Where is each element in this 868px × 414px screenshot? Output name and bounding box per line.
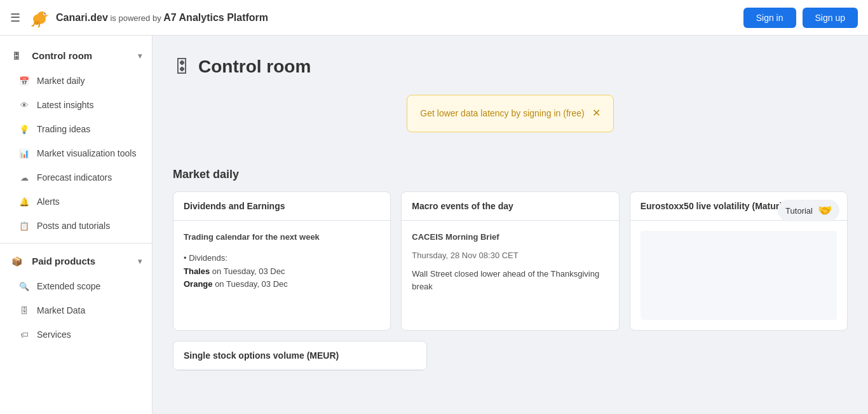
tutorial-label: Tutorial [785, 206, 813, 216]
svg-point-3 [44, 13, 46, 14]
thales-stock: Thales [184, 266, 210, 276]
sidebar-item-market-visualization-tools[interactable]: 📊 Market visualization tools [0, 141, 152, 165]
sidebar-item-posts-and-tutorials[interactable]: 📋 Posts and tutorials [0, 214, 152, 238]
macro-content: Wall Street closed lower ahead of the Th… [412, 268, 608, 294]
logo-bird-icon [28, 6, 51, 29]
sidebar-item-alerts[interactable]: 🔔 Alerts [0, 190, 152, 214]
sidebar-section-header-control-room[interactable]: 🎛 Control room ▾ [0, 43, 152, 69]
services-icon: 🏷 [18, 328, 31, 341]
posts-icon: 📋 [18, 219, 31, 232]
sidebar-item-market-daily[interactable]: 📅 Market daily [0, 69, 152, 93]
tutorial-badge[interactable]: Tutorial 🤝 [778, 200, 839, 221]
svg-point-1 [37, 11, 46, 19]
single-stock-card-header: Single stock options volume (MEUR) [173, 342, 426, 370]
sidebar-section-paid-products-items: 🔍 Extended scope 🗄 Market Data 🏷 Service… [0, 274, 152, 347]
dividends-earnings-card-header: Dividends and Earnings [173, 192, 390, 221]
sidebar-item-services[interactable]: 🏷 Services [0, 322, 152, 347]
sidebar-item-trading-ideas[interactable]: 💡 Trading ideas [0, 117, 152, 141]
market-daily-section: Market daily Dividends and Earnings Trad… [173, 168, 848, 371]
sidebar-item-market-data[interactable]: 🗄 Market Data [0, 298, 152, 322]
svg-marker-4 [46, 15, 49, 17]
sidebar-item-extended-scope[interactable]: 🔍 Extended scope [0, 274, 152, 298]
macro-events-card: Macro events of the day CACEIS Morning B… [401, 191, 619, 331]
eurostoxx-card-header: Eurostoxx50 live volatility (Maturity: 0… [630, 192, 847, 221]
main-content: 🎛 Control room Get lower data latency by… [153, 36, 868, 414]
sidebar-section-header-paid-products[interactable]: 📦 Paid products ▾ [0, 249, 152, 274]
latest-insights-icon: 👁 [18, 99, 31, 111]
macro-datetime: Thursday, 28 Nov 08:30 CET [412, 249, 608, 263]
market-data-icon: 🗄 [18, 304, 31, 317]
eurostoxx-chart-placeholder [641, 231, 837, 320]
hamburger-menu[interactable]: ☰ [10, 11, 20, 25]
tutorial-icon: 🤝 [818, 204, 832, 217]
chevron-down-icon: ▾ [138, 52, 142, 60]
signin-button[interactable]: Sign in [743, 8, 796, 28]
thales-date: on Tuesday, 03 Dec [212, 266, 285, 276]
sidebar: 🎛 Control room ▾ 📅 Market daily 👁 Latest… [0, 36, 153, 414]
orange-stock: Orange [184, 279, 213, 289]
macro-events-card-body: CACEIS Morning Brief Thursday, 28 Nov 08… [402, 221, 618, 304]
paid-products-icon: 📦 [10, 255, 23, 268]
page-title-icon: 🎛 [173, 56, 191, 77]
market-viz-icon: 📊 [18, 147, 31, 160]
sidebar-section-paid-products: 📦 Paid products ▾ 🔍 Extended scope 🗄 Mar… [0, 249, 152, 347]
dividends-bullet: • Dividends: Thales on Tuesday, 03 Dec O… [184, 252, 380, 291]
eurostoxx-card-body [630, 221, 847, 330]
page-layout: 🎛 Control room ▾ 📅 Market daily 👁 Latest… [0, 36, 868, 414]
paid-products-chevron-icon: ▾ [138, 257, 142, 266]
banner-text: Get lower data latency by signing in (fr… [420, 107, 584, 120]
sidebar-section-control-room: 🎛 Control room ▾ 📅 Market daily 👁 Latest… [0, 43, 152, 238]
single-stock-card-partial: Single stock options volume (MEUR) [173, 341, 848, 371]
extended-scope-icon: 🔍 [18, 280, 31, 293]
brand-text: Canari.dev is powered by A7 Analytics Pl… [56, 12, 268, 24]
macro-events-card-header: Macro events of the day [402, 192, 618, 221]
signup-button[interactable]: Sign up [803, 8, 858, 28]
eurostoxx-volatility-card: Eurostoxx50 live volatility (Maturity: 0… [630, 191, 848, 331]
dividends-earnings-card: Dividends and Earnings Trading calendar … [173, 191, 391, 331]
page-title-row: 🎛 Control room [173, 56, 848, 77]
alerts-icon: 🔔 [18, 195, 31, 208]
sidebar-divider [0, 243, 152, 244]
nav-left: ☰ Canari.dev is powered by A7 Analytics … [10, 6, 268, 29]
macro-body-title: CACEIS Morning Brief [412, 231, 608, 244]
nav-right: Sign in Sign up [743, 8, 858, 28]
trading-ideas-icon: 💡 [18, 123, 31, 135]
sidebar-item-latest-insights[interactable]: 👁 Latest insights [0, 93, 152, 117]
page-title: Control room [198, 57, 311, 77]
market-daily-cards: Dividends and Earnings Trading calendar … [173, 191, 848, 331]
top-navigation: ☰ Canari.dev is powered by A7 Analytics … [0, 0, 868, 36]
sidebar-item-forecast-indicators[interactable]: ☁ Forecast indicators [0, 165, 152, 190]
control-room-icon: 🎛 [10, 50, 23, 62]
dividends-earnings-card-body: Trading calendar for the next week • Div… [173, 221, 390, 301]
single-stock-options-card: Single stock options volume (MEUR) [173, 341, 427, 371]
sidebar-section-control-room-items: 📅 Market daily 👁 Latest insights 💡 Tradi… [0, 69, 152, 238]
banner-close-button[interactable]: ✕ [592, 107, 600, 119]
market-daily-icon: 📅 [18, 74, 31, 87]
sign-in-banner: Get lower data latency by signing in (fr… [407, 95, 613, 132]
dividends-body-title: Trading calendar for the next week [184, 231, 380, 244]
dividends-label: • Dividends: [184, 253, 227, 263]
forecast-icon: ☁ [18, 171, 31, 184]
market-daily-section-title: Market daily [173, 168, 848, 181]
logo-container: Canari.dev is powered by A7 Analytics Pl… [28, 6, 268, 29]
orange-date: on Tuesday, 03 Dec [215, 279, 288, 289]
